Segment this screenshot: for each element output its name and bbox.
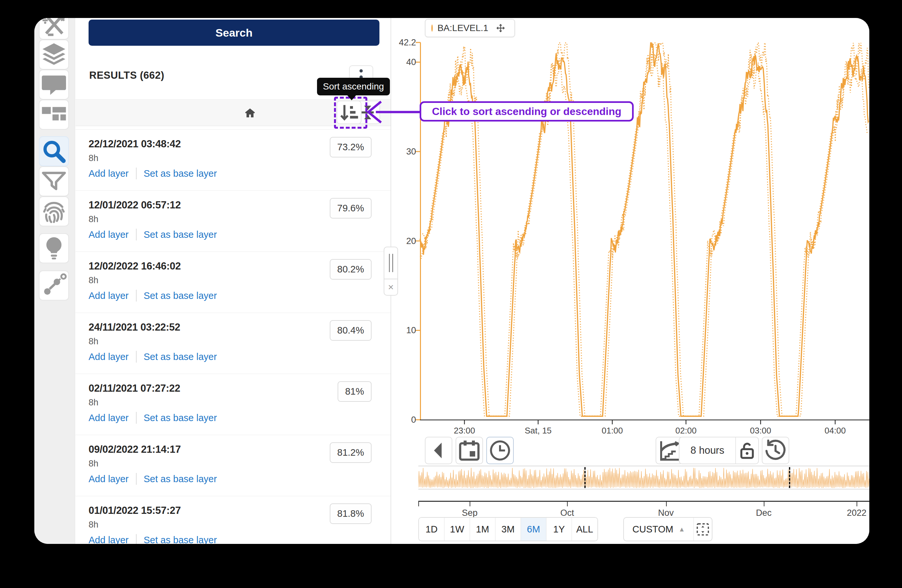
result-row[interactable]: 22/12/2021 03:48:428hAdd layerSet as bas…	[75, 129, 390, 191]
sidebar-item-dashboard[interactable]	[39, 100, 69, 130]
overview-brush-strip[interactable]	[418, 466, 869, 489]
move-icon[interactable]	[493, 23, 509, 33]
pan-left-button[interactable]	[425, 437, 452, 464]
result-actions: Add layerSet as base layer	[89, 229, 217, 241]
add-layer-link[interactable]: Add layer	[89, 474, 129, 485]
overview-range-marker[interactable]	[584, 467, 586, 488]
link-divider	[136, 290, 136, 302]
add-layer-link[interactable]: Add layer	[89, 168, 129, 179]
range-button-1y[interactable]: 1Y	[547, 518, 572, 541]
link-divider	[136, 167, 136, 179]
result-row[interactable]: 09/02/2022 21:14:178hAdd layerSet as bas…	[75, 435, 390, 496]
custom-range-button[interactable]: CUSTOM ▲	[624, 518, 694, 541]
clock-icon	[487, 438, 513, 463]
sidebar-item-comments[interactable]	[39, 70, 69, 100]
series-legend-chip[interactable]: BA:LEVEL.1	[425, 19, 515, 37]
calc-off-icon	[39, 18, 68, 39]
comment-icon	[39, 70, 68, 99]
sidebar-item-connections[interactable]	[39, 271, 69, 300]
add-layer-link[interactable]: Add layer	[89, 413, 129, 423]
sidebar-item-filter[interactable]	[39, 166, 69, 196]
calendar-button[interactable]	[456, 437, 483, 464]
x-axis-tick-label: 04:00	[825, 425, 846, 436]
set-base-layer-link[interactable]: Set as base layer	[144, 229, 217, 240]
result-row[interactable]: 12/01/2022 06:57:128hAdd layerSet as bas…	[75, 191, 390, 252]
add-layer-link[interactable]: Add layer	[89, 535, 129, 544]
sidebar-item-fingerprint[interactable]	[39, 196, 69, 227]
timeseries-chart[interactable]	[420, 42, 869, 421]
set-base-layer-link[interactable]: Set as base layer	[144, 413, 217, 423]
overview-waveform	[418, 466, 869, 489]
panel-close-button[interactable]: ×	[384, 279, 398, 296]
dropdown-collapse-arrow: ▲	[678, 525, 685, 533]
x-axis-tick-label: Sat, 15	[525, 425, 551, 436]
result-actions: Add layerSet as base layer	[89, 167, 217, 179]
set-base-layer-link[interactable]: Set as base layer	[144, 291, 217, 301]
chart-plot-area[interactable]	[420, 42, 869, 421]
set-base-layer-link[interactable]: Set as base layer	[144, 535, 217, 544]
y-axis-tick-label: 20	[393, 236, 416, 246]
sort-tooltip: Sort ascending	[317, 78, 390, 95]
result-row[interactable]: 24/11/2021 03:22:528hAdd layerSet as bas…	[75, 313, 390, 374]
fullscreen-button[interactable]	[694, 518, 712, 541]
search-button[interactable]: Search	[89, 20, 379, 46]
result-row[interactable]: 01/01/2022 15:57:278hAdd layerSet as bas…	[75, 496, 390, 544]
result-actions: Add layerSet as base layer	[89, 412, 217, 424]
annotation-callout: Click to sort ascending or descending	[420, 101, 634, 122]
range-button-1d[interactable]: 1D	[419, 518, 445, 541]
range-button-3m[interactable]: 3M	[495, 518, 521, 541]
match-percentage-badge: 79.6%	[330, 198, 371, 219]
match-percentage-badge: 81.2%	[330, 442, 371, 463]
lock-window-button[interactable]	[735, 438, 758, 463]
overview-axis-tick	[567, 502, 568, 506]
expand-icon	[694, 521, 712, 538]
x-axis-tick-label: 23:00	[454, 425, 475, 436]
result-row[interactable]: 02/11/2021 07:27:228hAdd layerSet as bas…	[75, 374, 390, 435]
result-duration: 8h	[89, 336, 99, 347]
sidebar-item-calculations-off[interactable]	[39, 18, 69, 39]
match-percentage-badge: 73.2%	[330, 137, 371, 158]
overview-axis-tick	[418, 502, 419, 506]
results-heading: RESULTS (662)	[89, 70, 164, 81]
set-base-layer-link[interactable]: Set as base layer	[144, 168, 217, 179]
result-row[interactable]: 12/02/2022 16:46:028hAdd layerSet as bas…	[75, 252, 390, 313]
result-duration: 8h	[89, 397, 99, 408]
add-layer-link[interactable]: Add layer	[89, 352, 129, 362]
range-button-1w[interactable]: 1W	[445, 518, 470, 541]
result-actions: Add layerSet as base layer	[89, 534, 217, 544]
set-base-layer-link[interactable]: Set as base layer	[144, 474, 217, 485]
set-base-layer-link[interactable]: Set as base layer	[144, 352, 217, 362]
chevron-left-icon	[426, 438, 452, 463]
splitter-drag-handle[interactable]	[384, 247, 398, 279]
range-button-all[interactable]: ALL	[572, 518, 597, 541]
time-range-button-group: 1D1W1M3M6M1YALL	[418, 517, 598, 541]
calendar-icon	[456, 438, 482, 463]
overview-range-marker[interactable]	[789, 467, 790, 488]
result-actions: Add layerSet as base layer	[89, 473, 217, 485]
sidebar-item-ideas[interactable]	[39, 233, 69, 263]
dashboard-icon	[39, 100, 68, 129]
link-divider	[136, 412, 136, 424]
link-divider	[136, 534, 136, 544]
add-layer-link[interactable]: Add layer	[89, 229, 129, 240]
range-button-6m[interactable]: 6M	[521, 518, 547, 541]
screenshot-frame: 22/12/2021 03:48:428hAdd layerSet as bas…	[0, 0, 902, 588]
overview-month-label: 2022	[847, 508, 866, 518]
time-window-value[interactable]: 8 hours	[680, 438, 735, 463]
range-button-1m[interactable]: 1M	[470, 518, 495, 541]
reset-history-button[interactable]	[762, 437, 789, 464]
time-button[interactable]	[486, 437, 514, 464]
result-date: 22/12/2021 03:48:42	[89, 138, 181, 150]
result-date: 12/02/2022 16:46:02	[89, 260, 181, 272]
add-layer-link[interactable]: Add layer	[89, 291, 129, 301]
overview-axis-tick	[666, 502, 667, 506]
sidebar-item-layers[interactable]	[39, 39, 69, 70]
sidebar-item-search[interactable]	[39, 136, 69, 166]
bulb-icon	[39, 234, 68, 263]
sort-ascending-button[interactable]	[337, 101, 362, 124]
y-axis-tick-label: 10	[393, 325, 416, 336]
result-actions: Add layerSet as base layer	[89, 290, 217, 302]
time-window-control[interactable]: 8 hours	[679, 437, 759, 464]
custom-range-group: CUSTOM ▲	[623, 517, 713, 541]
y-axis-tick-label: 0	[393, 415, 416, 425]
